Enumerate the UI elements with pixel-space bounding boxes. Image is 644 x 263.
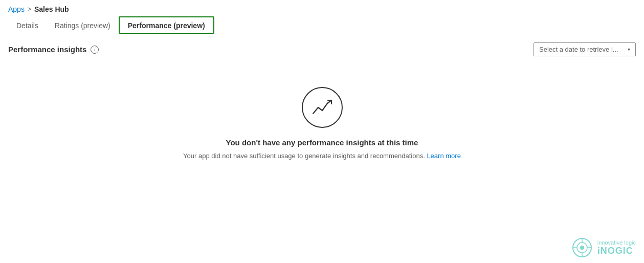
date-dropdown[interactable]: Select a date to retrieve i... ▾ bbox=[534, 42, 636, 56]
empty-state-desc-text: Your app did not have sufficient usage t… bbox=[183, 152, 425, 160]
chevron-down-icon: ▾ bbox=[628, 47, 630, 52]
performance-chart-icon bbox=[302, 87, 343, 128]
watermark: innovative logic iNOGIC bbox=[572, 237, 636, 258]
empty-state-title: You don't have any performance insights … bbox=[226, 138, 418, 147]
section-title: Performance insights bbox=[8, 45, 86, 54]
breadcrumb: Apps > Sales Hub bbox=[0, 0, 644, 16]
info-icon[interactable]: i bbox=[91, 46, 99, 54]
inogic-logo bbox=[572, 237, 592, 258]
tabs-row: Details Ratings (preview) Performance (p… bbox=[0, 16, 644, 34]
tab-performance[interactable]: Performance (preview) bbox=[119, 16, 214, 34]
tab-details[interactable]: Details bbox=[8, 17, 47, 34]
date-dropdown-placeholder: Select a date to retrieve i... bbox=[539, 46, 625, 53]
watermark-company: iNOGIC bbox=[597, 246, 636, 256]
svg-point-2 bbox=[580, 246, 584, 250]
breadcrumb-current: Sales Hub bbox=[34, 5, 69, 13]
section-header: Performance insights i Select a date to … bbox=[0, 34, 644, 56]
empty-state-container: You don't have any performance insights … bbox=[0, 67, 644, 180]
empty-state-description: Your app did not have sufficient usage t… bbox=[183, 152, 461, 160]
watermark-text-group: innovative logic iNOGIC bbox=[597, 239, 636, 256]
section-title-group: Performance insights i bbox=[8, 45, 99, 54]
tab-ratings[interactable]: Ratings (preview) bbox=[47, 17, 119, 34]
breadcrumb-apps-link[interactable]: Apps bbox=[8, 5, 25, 13]
learn-more-link[interactable]: Learn more bbox=[427, 152, 460, 160]
chart-trend-icon bbox=[311, 96, 334, 119]
watermark-tagline: innovative logic bbox=[597, 239, 636, 246]
breadcrumb-separator: > bbox=[28, 6, 31, 13]
